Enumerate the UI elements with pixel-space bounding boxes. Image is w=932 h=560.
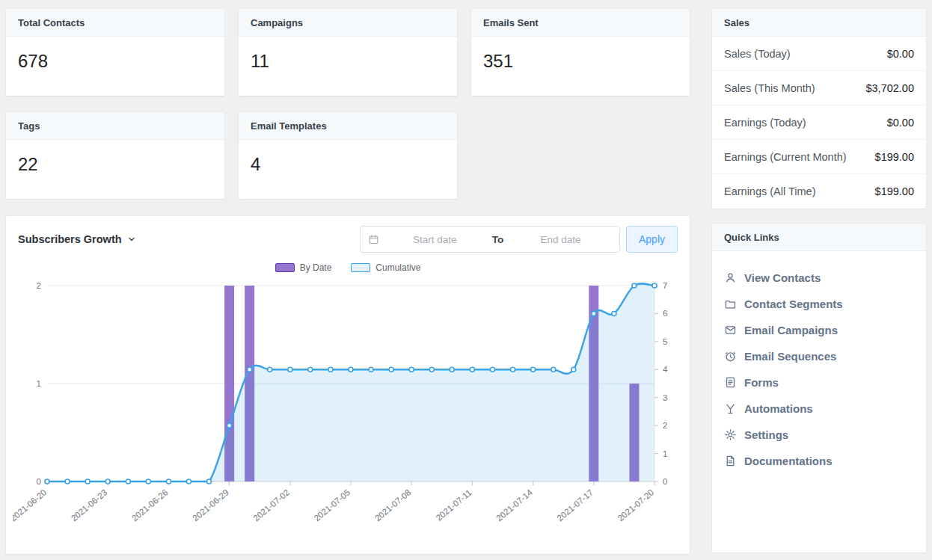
quick-link-documentations[interactable]: Documentations: [724, 448, 914, 474]
chart-header: Subscribers Growth Start date To End dat…: [6, 216, 690, 259]
main-column: Total Contacts 678 Campaigns 11 Emails S…: [6, 9, 690, 554]
stat-card-email-templates: Email Templates 4: [239, 112, 457, 199]
quick-links-list: View Contacts Contact Segments Email Cam…: [712, 251, 926, 487]
automation-icon: [724, 402, 737, 415]
svg-text:2021-07-14: 2021-07-14: [494, 487, 534, 523]
quick-link-settings[interactable]: Settings: [724, 422, 914, 448]
quick-link-label: Settings: [744, 428, 788, 441]
quick-link-forms[interactable]: Forms: [724, 369, 914, 396]
chart-title: Subscribers Growth: [18, 233, 122, 245]
sales-value: $3,702.00: [865, 82, 914, 94]
quick-link-label: Automations: [744, 402, 813, 415]
quick-link-email-campaigns[interactable]: Email Campaigns: [724, 317, 914, 343]
stat-card-campaigns: Campaigns 11: [239, 9, 457, 96]
svg-text:2021-07-17: 2021-07-17: [555, 487, 595, 523]
sales-label: Earnings (Current Month): [724, 151, 847, 163]
legend-swatch-by-date: [275, 263, 295, 272]
subscribers-growth-chart[interactable]: 012012345672021-06-202021-06-232021-06-2…: [6, 275, 690, 554]
svg-text:1: 1: [663, 449, 667, 458]
sales-row: Earnings (All Time) $199.00: [712, 174, 926, 209]
svg-text:6: 6: [663, 309, 667, 318]
sales-row: Earnings (Current Month) $199.00: [712, 140, 926, 174]
sales-label: Sales (Today): [724, 48, 791, 60]
svg-text:2021-06-20: 2021-06-20: [13, 487, 48, 523]
svg-text:2021-07-08: 2021-07-08: [373, 487, 413, 523]
quick-link-view-contacts[interactable]: View Contacts: [724, 265, 914, 291]
sales-row: Sales (Today) $0.00: [712, 37, 926, 71]
stat-title: Campaigns: [239, 9, 457, 37]
calendar-icon: [368, 234, 379, 245]
end-date-input[interactable]: End date: [509, 234, 612, 245]
sales-label: Earnings (All Time): [724, 185, 815, 197]
stat-value: 4: [239, 140, 457, 189]
svg-text:2021-06-26: 2021-06-26: [130, 487, 170, 523]
sales-value: $199.00: [875, 185, 914, 197]
legend-swatch-cumulative: [351, 263, 370, 272]
svg-text:2021-07-11: 2021-07-11: [435, 487, 473, 522]
stat-card-tags: Tags 22: [6, 112, 224, 199]
svg-text:2021-06-29: 2021-06-29: [191, 487, 230, 523]
sales-label: Sales (This Month): [724, 82, 815, 94]
sales-card: Sales Sales (Today) $0.00 Sales (This Mo…: [712, 9, 926, 209]
stat-title: Emails Sent: [471, 9, 690, 37]
svg-text:0: 0: [37, 477, 41, 486]
growth-chart-canvas: 012012345672021-06-202021-06-232021-06-2…: [13, 275, 683, 553]
svg-text:2021-07-05: 2021-07-05: [313, 487, 352, 523]
quick-link-label: Forms: [744, 376, 779, 389]
svg-text:2021-07-20: 2021-07-20: [616, 487, 656, 523]
sales-value: $199.00: [875, 151, 914, 163]
legend-item-by-date[interactable]: By Date: [275, 262, 332, 273]
chart-legend: By Date Cumulative: [6, 260, 690, 275]
stat-value: 351: [471, 37, 690, 86]
sales-row: Sales (This Month) $3,702.00: [712, 71, 926, 105]
svg-text:0: 0: [663, 477, 667, 486]
svg-text:4: 4: [663, 365, 668, 374]
legend-label: Cumulative: [375, 262, 420, 273]
quick-link-label: Contact Segments: [744, 298, 843, 310]
side-column: Sales Sales (Today) $0.00 Sales (This Mo…: [712, 9, 926, 554]
quick-link-automations[interactable]: Automations: [724, 396, 914, 422]
date-range-picker[interactable]: Start date To End date: [360, 226, 620, 253]
stat-card-total-contacts: Total Contacts 678: [6, 9, 224, 96]
legend-item-cumulative[interactable]: Cumulative: [351, 262, 420, 273]
quick-links-card: Quick Links View Contacts Contact Segmen…: [712, 224, 926, 553]
quick-link-contact-segments[interactable]: Contact Segments: [724, 291, 914, 317]
quick-link-label: Email Sequences: [744, 350, 836, 363]
stat-value: 678: [6, 37, 224, 86]
stat-value: 11: [239, 37, 457, 86]
stat-title: Tags: [6, 112, 224, 140]
svg-text:3: 3: [663, 393, 667, 402]
user-icon: [724, 271, 737, 284]
sales-value: $0.00: [887, 48, 914, 60]
quick-link-email-sequences[interactable]: Email Sequences: [724, 343, 914, 369]
start-date-input[interactable]: Start date: [384, 234, 486, 245]
svg-text:1: 1: [37, 379, 41, 388]
gear-icon: [724, 428, 737, 441]
stat-title: Total Contacts: [6, 9, 224, 37]
subscribers-growth-card: Subscribers Growth Start date To End dat…: [6, 216, 690, 554]
svg-text:2: 2: [37, 281, 41, 290]
apply-button[interactable]: Apply: [626, 226, 678, 253]
quick-link-label: Email Campaigns: [744, 324, 838, 336]
date-range-separator: To: [491, 234, 506, 245]
chevron-down-icon: [127, 235, 136, 244]
form-icon: [724, 376, 737, 389]
quick-links-title: Quick Links: [712, 224, 926, 251]
svg-text:2021-06-23: 2021-06-23: [70, 487, 109, 523]
sales-label: Earnings (Today): [724, 117, 806, 129]
document-icon: [724, 455, 737, 467]
subscribers-growth-dropdown[interactable]: Subscribers Growth: [18, 233, 136, 245]
sales-row: Earnings (Today) $0.00: [712, 105, 926, 140]
svg-text:5: 5: [663, 337, 667, 346]
stat-value: 22: [6, 140, 224, 189]
clock-icon: [724, 350, 737, 363]
quick-link-label: Documentations: [744, 455, 833, 467]
svg-text:2021-07-02: 2021-07-02: [251, 487, 291, 523]
stat-card-emails-sent: Emails Sent 351: [471, 9, 690, 96]
legend-label: By Date: [300, 262, 332, 273]
svg-text:7: 7: [663, 281, 667, 290]
stat-title: Email Templates: [239, 112, 457, 140]
dashboard: Total Contacts 678 Campaigns 11 Emails S…: [0, 0, 932, 560]
envelope-icon: [724, 324, 737, 336]
quick-link-label: View Contacts: [744, 271, 821, 284]
